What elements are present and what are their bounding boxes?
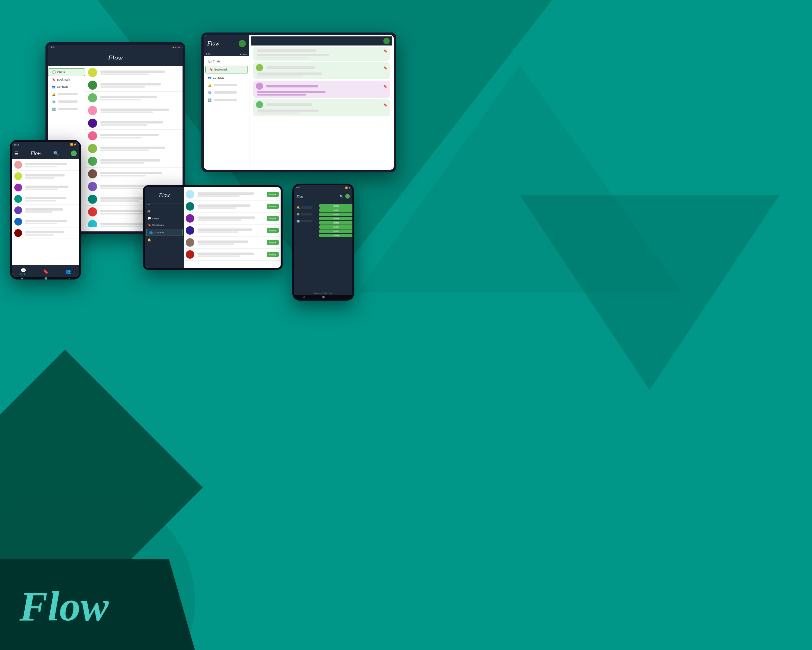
tb-nav-bookmark[interactable]: 🔖 Bookmark [145, 222, 184, 228]
list-item[interactable] [85, 66, 183, 79]
tb-contact-1[interactable]: invite [185, 188, 280, 200]
tb-contact-2[interactable]: invite [185, 200, 280, 213]
tp-nav-info[interactable]: ℹ️ [48, 105, 85, 113]
tl-nav-chats[interactable]: 💬 Chats [204, 58, 249, 65]
pr-invite-btn-4[interactable]: invite [319, 217, 353, 220]
tl-top-bar [251, 37, 392, 46]
list-item[interactable] [85, 117, 183, 130]
tb-nav-contacts[interactable]: 👥 Contacts [146, 229, 183, 236]
tb-main-content: invite invite invite [184, 187, 281, 268]
tb-invite-btn-4[interactable]: invite [267, 228, 279, 233]
pr-invite-btn-1[interactable]: invite [319, 204, 353, 208]
tl-nav-settings[interactable]: ⚙️ [204, 89, 249, 96]
pr-back-btn[interactable]: ◀ [303, 296, 304, 298]
pr-content: 🔔 ⚙️ ℹ️ invite invite invite invite invi [294, 203, 353, 291]
pr-nav-notifications[interactable]: 🔔 [294, 204, 317, 211]
list-item[interactable] [12, 182, 79, 193]
tl-nav-contacts[interactable]: 👥 Contacts [204, 74, 249, 81]
tl-chat-card-3[interactable]: 🔖 [253, 81, 390, 98]
tb-invite-btn-3[interactable]: invite [267, 216, 279, 221]
tb-invite-btn-6[interactable]: invite [267, 252, 279, 257]
pr-invite-btn-5[interactable]: invite [319, 221, 353, 225]
tb-contact-5[interactable]: invite [185, 237, 280, 249]
tb-nav-notifications[interactable]: 🔔 [145, 237, 184, 243]
tl-nav-bookmark-label: Bookmark [214, 68, 228, 71]
pl-bn-contacts[interactable]: 👥 [65, 269, 71, 274]
tp-nav-bookmark[interactable]: 🔖 Bookmark [48, 76, 85, 83]
tl-chat-card-4[interactable]: 🔖 [253, 99, 390, 116]
pl-home-btn[interactable]: ⬤ [44, 277, 47, 280]
tb-contact-4[interactable]: invite [185, 225, 280, 237]
pr-nav-info[interactable]: ℹ️ [294, 218, 317, 225]
tp-nav-bookmark-label: Bookmark [57, 78, 70, 81]
tp-nav-settings[interactable]: ⚙️ [48, 98, 85, 105]
tl-chat-card-2[interactable]: 🔖 [253, 62, 390, 79]
tb-nav-chats-label: Chats [152, 217, 159, 220]
pr-android-nav: ◀ ⬤ ▪ [294, 295, 353, 299]
pr-invite-btn-7[interactable]: invite [319, 229, 353, 233]
tl-nav-info[interactable]: ℹ️ [204, 96, 249, 104]
tp-nav-chats[interactable]: 💬 Chats [48, 68, 85, 76]
tb-back-btn[interactable]: ◀ [145, 207, 184, 215]
tablet-bottom-screen: Flow 8:44 ◀ 💬 Chats 🔖 Bookmark 👥 Contact… [145, 187, 281, 268]
tb-sidebar: Flow 8:44 ◀ 💬 Chats 🔖 Bookmark 👥 Contact… [145, 187, 184, 268]
bg-shape-5 [520, 195, 780, 390]
tl-chat-card-1[interactable]: 🔖 [253, 47, 390, 61]
pr-time: 8:43 [296, 187, 300, 188]
tp-status-bar: 8:45 ⚡ 100% [48, 45, 183, 49]
tl-avatar [239, 40, 246, 47]
tb-status: 8:44 [145, 203, 184, 207]
list-item[interactable] [12, 205, 79, 216]
list-item[interactable] [12, 193, 79, 205]
pr-home-btn[interactable]: ⬤ [322, 296, 325, 298]
tb-invite-btn-1[interactable]: invite [267, 192, 279, 197]
tp-time: 8:45 [51, 46, 55, 48]
pr-invite-btn-3[interactable]: invite [319, 213, 353, 216]
pr-search-icon[interactable]: 🔍 [339, 195, 343, 198]
tb-header: Flow [145, 187, 184, 203]
tb-contact-3[interactable]: invite [185, 213, 280, 225]
pr-invite-btn-2[interactable]: invite [319, 208, 353, 212]
pl-back-btn[interactable]: ◀ [21, 277, 23, 280]
tl-nav-notifications[interactable]: 🔔 [204, 81, 249, 89]
list-item[interactable] [85, 104, 183, 117]
list-item[interactable] [12, 216, 79, 228]
list-item[interactable] [85, 142, 183, 155]
pl-bn-chats[interactable]: 💬 Chats [20, 268, 26, 275]
list-item[interactable] [85, 79, 183, 92]
pr-header: Flow 🔍 [294, 190, 353, 203]
pl-menu-icon[interactable]: ☰ [14, 151, 18, 156]
pr-invite-btn-8[interactable]: invite [319, 234, 353, 237]
tp-nav-notifications[interactable]: 🔔 [48, 90, 85, 98]
tb-invite-btn-2[interactable]: invite [267, 204, 279, 209]
phone-right-device: 8:43 📶 ⚡ Flow 🔍 🔔 ⚙️ [292, 184, 354, 301]
list-item[interactable] [85, 168, 183, 180]
tb-invite-btn-5[interactable]: invite [267, 240, 279, 245]
tl-nav-bookmark[interactable]: 🔖 Bookmark [205, 66, 248, 73]
pl-bottom-nav: 💬 Chats 🔖 👥 [12, 265, 79, 278]
pr-copyright: Copyright @ 2020 | Flow [314, 292, 332, 294]
list-item[interactable] [85, 155, 183, 168]
list-item[interactable] [12, 159, 79, 171]
tp-nav-contacts-label: Contacts [57, 85, 69, 89]
pr-nav-settings[interactable]: ⚙️ [294, 211, 317, 218]
flow-logo: Flow [20, 582, 109, 630]
tl-card3-avatar [256, 83, 263, 90]
tl-nav-contacts-label: Contacts [213, 76, 224, 79]
list-item[interactable] [85, 130, 183, 142]
pr-invite-btn-6[interactable]: invite [319, 225, 353, 229]
pl-search-icon[interactable]: 🔍 [53, 151, 59, 156]
pl-bn-bookmark[interactable]: 🔖 [43, 269, 48, 274]
tb-contact-6[interactable]: invite [185, 249, 280, 261]
tp-nav-contacts[interactable]: 👥 Contacts [48, 83, 85, 90]
pl-recents-btn[interactable]: ▪ [69, 277, 70, 280]
tb-nav-chats[interactable]: 💬 Chats [145, 215, 184, 222]
list-item[interactable] [12, 228, 79, 239]
tl-nav-chats-label: Chats [213, 60, 221, 63]
pr-recents-btn[interactable]: ▪ [343, 296, 343, 298]
pl-avatar [71, 150, 77, 156]
list-item[interactable] [85, 92, 183, 104]
pl-toolbar: ☰ Flow 🔍 [12, 148, 79, 159]
list-item[interactable] [12, 171, 79, 182]
tl-status-bar: 8:44 ⚡ 100% [204, 52, 249, 56]
